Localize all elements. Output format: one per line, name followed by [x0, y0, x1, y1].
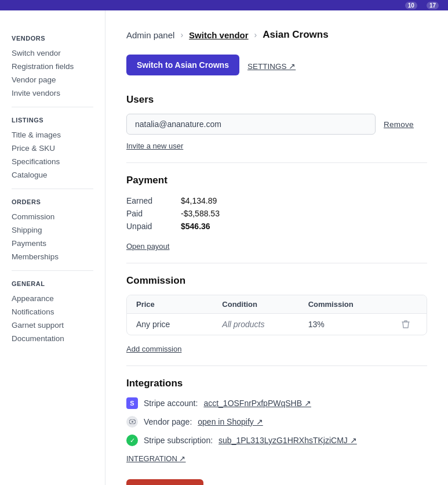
delete-vendor-button[interactable]: Delete vendor [126, 479, 203, 485]
payment-table: Earned $4,134.89 Paid -$3,588.53 Unpaid … [126, 194, 427, 233]
main-content: Admin panel › Switch vendor › Asian Crow… [105, 10, 448, 485]
listings-section: LISTINGS Title & images Price & SKU Spec… [0, 117, 105, 182]
earned-value: $4,134.89 [181, 196, 217, 205]
paid-value: -$3,588.53 [181, 209, 220, 218]
sidebar-item-price-sku[interactable]: Price & SKU [12, 142, 93, 155]
divider-3 [12, 270, 93, 271]
unpaid-value: $546.36 [181, 222, 210, 231]
commission-row-0: Any price All products 13% [127, 314, 427, 335]
general-section-title: GENERAL [12, 280, 93, 287]
settings-link[interactable]: SETTINGS ↗ [247, 61, 296, 71]
sidebar-item-payments[interactable]: Payments [12, 237, 93, 250]
divider-2 [12, 189, 93, 189]
add-commission-button[interactable]: Add commission [126, 345, 181, 353]
vendor-page-label: Vendor page: [144, 417, 192, 426]
delete-commission-icon[interactable] [394, 320, 417, 329]
vendors-section: VENDORS Switch vendor Registration field… [0, 35, 105, 100]
payment-earned-row: Earned $4,134.89 [126, 194, 427, 207]
sidebar: VENDORS Switch vendor Registration field… [0, 10, 105, 485]
earned-label: Earned [126, 196, 167, 205]
sidebar-item-title-images[interactable]: Title & images [12, 128, 93, 142]
commission-price-0: Any price [136, 320, 222, 329]
col-price: Price [136, 300, 222, 309]
svg-point-1 [132, 421, 133, 423]
users-input-row: Remove [126, 114, 427, 135]
sidebar-item-invite-vendors[interactable]: Invite vendors [12, 86, 93, 100]
orders-section: ORDERS Commission Shipping Payments Memb… [0, 198, 105, 263]
payment-unpaid-row: Unpaid $546.36 [126, 220, 427, 233]
stripe-subscription-label: Stripe subscription: [144, 436, 213, 445]
payment-paid-row: Paid -$3,588.53 [126, 207, 427, 220]
stripe-account-label: Stripe account: [144, 399, 198, 408]
sidebar-item-appearance[interactable]: Appearance [12, 292, 93, 305]
breadcrumb-arrow-2: › [254, 30, 257, 39]
badge-2: 17 [427, 2, 439, 9]
listings-section-title: LISTINGS [12, 117, 93, 124]
divider-payment-commission [126, 263, 427, 263]
sidebar-item-shipping[interactable]: Shipping [12, 223, 93, 237]
sidebar-item-vendor-page[interactable]: Vendor page [12, 73, 93, 86]
switch-to-asian-crowns-button[interactable]: Switch to Asian Crowns [126, 55, 239, 75]
remove-user-button[interactable]: Remove [384, 120, 414, 129]
stripe-subscription-row: ✓ Stripe subscription: sub_1PL313LyzG1HR… [126, 435, 427, 446]
commission-condition-0: All products [222, 320, 308, 329]
col-actions [394, 300, 417, 309]
sidebar-item-catalogue[interactable]: Catalogue [12, 168, 93, 182]
commission-table-header: Price Condition Commission [127, 295, 427, 314]
stripe-account-link[interactable]: acct_1OSFnrPxfpPWqSHB ↗ [203, 399, 311, 408]
divider-users-payment [126, 162, 427, 163]
vendors-section-title: VENDORS [12, 35, 93, 42]
integrations-section-title: Integrations [126, 378, 427, 389]
sidebar-item-memberships[interactable]: Memberships [12, 250, 93, 263]
vendor-page-link[interactable]: open in Shopify ↗ [198, 417, 263, 426]
stripe-subscription-link[interactable]: sub_1PL313LyzG1HRXhsTKjziCMJ ↗ [218, 436, 357, 445]
orders-section-title: ORDERS [12, 198, 93, 205]
top-bar: 10 17 [0, 0, 448, 10]
breadcrumb-asian-crowns: Asian Crowns [263, 29, 328, 41]
sidebar-item-registration-fields[interactable]: Registration fields [12, 60, 93, 73]
breadcrumb: Admin panel › Switch vendor › Asian Crow… [126, 29, 427, 41]
breadcrumb-switch-vendor[interactable]: Switch vendor [189, 30, 249, 40]
sidebar-item-specifications[interactable]: Specifications [12, 155, 93, 168]
commission-section-title: Commission [126, 275, 427, 287]
user-email-input[interactable] [126, 114, 376, 135]
stripe-account-row: S Stripe account: acct_1OSFnrPxfpPWqSHB … [126, 397, 427, 409]
integration-link[interactable]: INTEGRATION ↗ [126, 454, 185, 463]
unpaid-label: Unpaid [126, 222, 167, 231]
breadcrumb-arrow-1: › [180, 30, 183, 39]
commission-table: Price Condition Commission Any price All… [126, 295, 427, 335]
users-section-title: Users [126, 94, 427, 106]
sidebar-item-switch-vendor[interactable]: Switch vendor [12, 46, 93, 60]
payment-section-title: Payment [126, 175, 427, 186]
divider-1 [12, 107, 93, 107]
open-payout-button[interactable]: Open payout [126, 242, 169, 251]
commission-value-0: 13% [308, 320, 394, 329]
general-section: GENERAL Appearance Notifications Garnet … [0, 280, 105, 345]
vendor-page-icon [126, 416, 138, 428]
divider-commission-integrations [126, 365, 427, 366]
invite-new-user-button[interactable]: Invite a new user [126, 142, 183, 150]
col-condition: Condition [222, 300, 308, 309]
sidebar-item-commission[interactable]: Commission [12, 210, 93, 223]
vendor-page-row: Vendor page: open in Shopify ↗ [126, 416, 427, 428]
stripe-icon: S [126, 397, 138, 409]
sidebar-item-notifications[interactable]: Notifications [12, 305, 93, 318]
paid-label: Paid [126, 209, 167, 218]
sidebar-item-garnet-support[interactable]: Garnet support [12, 318, 93, 332]
stripe-subscription-icon: ✓ [126, 435, 138, 446]
sidebar-item-documentation[interactable]: Documentation [12, 332, 93, 345]
breadcrumb-admin-panel: Admin panel [126, 30, 174, 40]
badge-1: 10 [405, 2, 417, 9]
col-commission: Commission [308, 300, 394, 309]
